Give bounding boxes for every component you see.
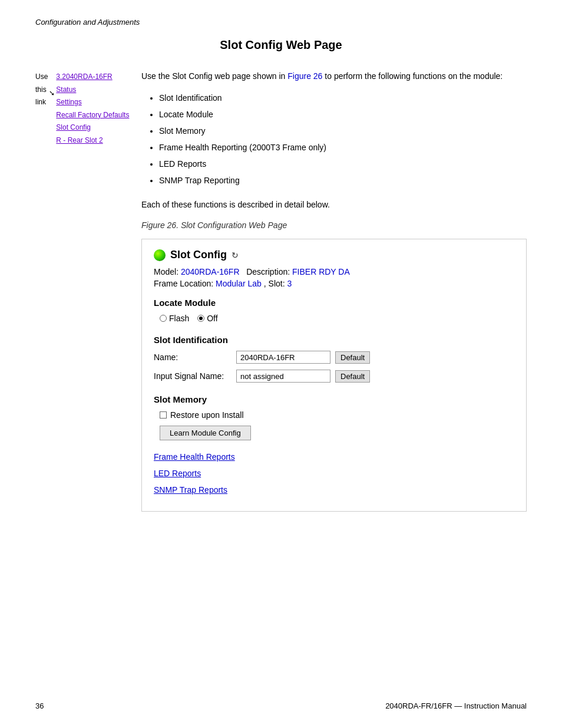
bullet-list: Slot Identification Locate Module Slot M… bbox=[159, 90, 527, 189]
bullet-item-4: Frame Health Reporting (2000T3 Frame onl… bbox=[159, 139, 527, 156]
flash-radio-circle[interactable] bbox=[160, 315, 167, 322]
bullet-item-5: LED Reports bbox=[159, 156, 527, 172]
sidebar-link-slot-config[interactable]: Slot Config bbox=[56, 121, 129, 134]
sidebar-link-settings[interactable]: Settings bbox=[56, 96, 129, 109]
slot-separator: , Slot: bbox=[264, 279, 285, 288]
detail-text: Each of these functions is described in … bbox=[141, 198, 527, 211]
use-label: Use bbox=[35, 71, 48, 84]
slot-config-title: Slot Config bbox=[170, 249, 227, 261]
locate-radio-group: Flash Off bbox=[160, 314, 514, 323]
bullet-item-2: Locate Module bbox=[159, 106, 527, 123]
manual-title: 2040RDA-FR/16FR — Instruction Manual bbox=[385, 701, 527, 710]
learn-module-config-button[interactable]: Learn Module Config bbox=[160, 426, 251, 440]
sidebar-link-status[interactable]: Status bbox=[56, 84, 129, 97]
intro-text-after: to perform the following functions on th… bbox=[322, 71, 503, 81]
chapter-header: Configuration and Adjustments bbox=[35, 18, 527, 27]
chapter-header-text: Configuration and Adjustments bbox=[35, 18, 140, 27]
slot-memory-heading: Slot Memory bbox=[154, 394, 514, 404]
restore-checkbox-row: Restore upon Install bbox=[160, 410, 514, 420]
locate-module-section: Locate Module Flash Off bbox=[154, 298, 514, 323]
arrow-icon: ➘ bbox=[49, 87, 55, 100]
figure-link[interactable]: Figure 26 bbox=[287, 71, 322, 81]
slot-memory-section: Slot Memory Restore upon Install Learn M… bbox=[154, 394, 514, 440]
name-input[interactable] bbox=[236, 351, 330, 364]
bullet-item-1: Slot Identification bbox=[159, 90, 527, 106]
main-content: Use the Slot Config web page shown in Fi… bbox=[141, 70, 527, 523]
input-signal-default-button[interactable]: Default bbox=[335, 370, 370, 383]
frame-location-value-link[interactable]: Modular Lab bbox=[216, 279, 262, 288]
page-footer: 36 2040RDA-FR/16FR — Instruction Manual bbox=[35, 701, 527, 710]
frame-line: Frame Location: Modular Lab , Slot: 3 bbox=[154, 279, 514, 288]
led-reports-link[interactable]: LED Reports bbox=[154, 469, 514, 478]
snmp-trap-reports-link[interactable]: SNMP Trap Reports bbox=[154, 485, 514, 495]
input-signal-row: Input Signal Name: Default bbox=[154, 370, 514, 383]
sidebar-links: 3.2040RDA-16FR Status Settings Recall Fa… bbox=[56, 71, 129, 147]
slot-identification-section: Slot Identification Name: Default Input … bbox=[154, 335, 514, 383]
status-green-circle bbox=[154, 249, 166, 261]
frame-location-label: Frame Location: bbox=[154, 279, 213, 288]
web-page-box: Slot Config ↻ Model: 2040RDA-16FR Descri… bbox=[141, 239, 527, 512]
name-default-button[interactable]: Default bbox=[335, 351, 370, 364]
page-number: 36 bbox=[35, 701, 44, 710]
slot-identification-heading: Slot Identification bbox=[154, 335, 514, 345]
links-section: Frame Health Reports LED Reports SNMP Tr… bbox=[154, 452, 514, 495]
frame-health-reports-link[interactable]: Frame Health Reports bbox=[154, 452, 514, 462]
bullet-item-3: Slot Memory bbox=[159, 123, 527, 139]
sidebar-link-recall[interactable]: Recall Factory Defaults bbox=[56, 109, 129, 122]
flash-label: Flash bbox=[169, 314, 189, 323]
input-signal-input[interactable] bbox=[236, 370, 330, 383]
description-label: Description: bbox=[246, 267, 290, 276]
slot-value-link[interactable]: 3 bbox=[287, 279, 292, 288]
restore-checkbox[interactable] bbox=[160, 411, 167, 419]
off-label: Off bbox=[207, 314, 217, 323]
locate-module-heading: Locate Module bbox=[154, 298, 514, 308]
input-signal-label: Input Signal Name: bbox=[154, 371, 236, 381]
sidebar-link-main[interactable]: 3.2040RDA-16FR bbox=[56, 71, 129, 84]
model-value-link[interactable]: 2040RDA-16FR bbox=[181, 267, 240, 276]
off-radio-circle[interactable] bbox=[197, 315, 204, 322]
figure-caption: Figure 26. Slot Configuration Web Page bbox=[141, 219, 527, 232]
this-label: this bbox=[35, 84, 47, 97]
flash-radio-item[interactable]: Flash bbox=[160, 314, 189, 323]
model-line: Model: 2040RDA-16FR Description: FIBER R… bbox=[154, 267, 514, 276]
refresh-icon[interactable]: ↻ bbox=[232, 251, 239, 260]
link-label: link bbox=[35, 96, 46, 109]
sidebar-use-labels: Use this link bbox=[35, 71, 48, 109]
bullet-item-6: SNMP Trap Reporting bbox=[159, 172, 527, 189]
slot-config-header: Slot Config ↻ bbox=[154, 249, 514, 261]
intro-text-before: Use the Slot Config web page shown in bbox=[141, 71, 287, 81]
name-row: Name: Default bbox=[154, 351, 514, 364]
restore-label: Restore upon Install bbox=[170, 410, 244, 420]
page-title: Slot Config Web Page bbox=[35, 38, 527, 52]
sidebar: Use this link ➘ 3.2040RDA-16FR Status Se… bbox=[35, 70, 130, 523]
off-radio-item[interactable]: Off bbox=[197, 314, 217, 323]
description-value-link[interactable]: FIBER RDY DA bbox=[292, 267, 350, 276]
intro-paragraph: Use the Slot Config web page shown in Fi… bbox=[141, 70, 527, 83]
sidebar-annotation: Use this link ➘ 3.2040RDA-16FR Status Se… bbox=[35, 71, 130, 147]
sidebar-link-rear[interactable]: R - Rear Slot 2 bbox=[56, 134, 129, 147]
name-label: Name: bbox=[154, 353, 236, 362]
model-label: Model: bbox=[154, 267, 178, 276]
